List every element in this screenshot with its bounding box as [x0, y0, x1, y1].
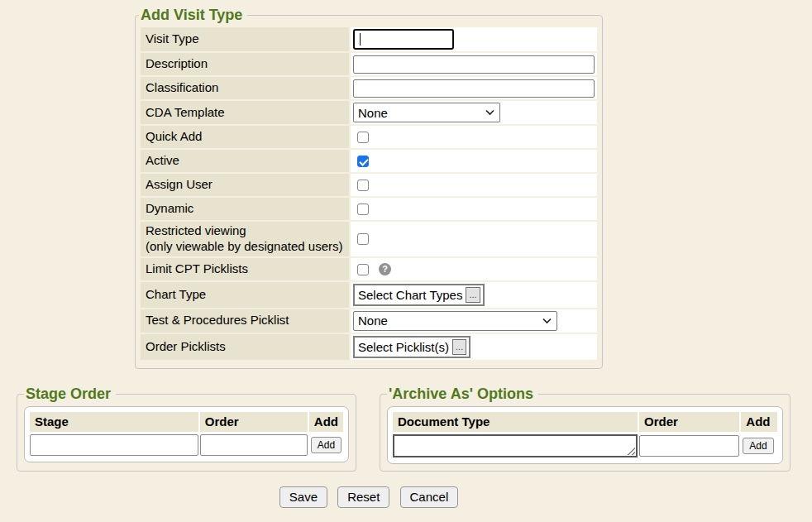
document-type-textarea[interactable] — [393, 434, 638, 457]
row-active: Active — [141, 150, 597, 172]
classification-input[interactable] — [353, 79, 595, 98]
row-visit-type: Visit Type — [141, 27, 597, 51]
visit-type-label: Visit Type — [141, 27, 349, 51]
limit-cpt-picklists-checkbox[interactable] — [357, 264, 369, 275]
stage-order-input-row: Add — [30, 433, 343, 457]
stage-order-title: Stage Order — [24, 386, 116, 403]
archive-order-input[interactable] — [639, 435, 739, 457]
resize-grip-icon[interactable] — [627, 447, 635, 455]
add-column-header: Add — [741, 412, 777, 432]
stage-add-button[interactable]: Add — [311, 437, 342, 453]
row-assign-user: Assign User — [141, 174, 597, 196]
order-picklists-label: Order Picklists — [141, 334, 349, 360]
active-checkbox[interactable] — [357, 156, 369, 167]
archive-as-options-title: 'Archive As' Options — [387, 386, 538, 403]
stage-order-table: Stage Order Add Add — [28, 410, 345, 458]
chart-type-label: Chart Type — [141, 282, 349, 308]
chart-type-browse-button[interactable]: ... — [466, 287, 480, 303]
order-column-header: Order — [200, 412, 308, 432]
save-button[interactable]: Save — [279, 486, 327, 508]
row-dynamic: Dynamic — [141, 198, 597, 220]
stage-order-section: Stage Order Stage Order Add Add — [17, 386, 356, 472]
row-order-picklists: Order Picklists Select Picklist(s) ... — [141, 334, 597, 360]
test-procedures-picklist-select[interactable]: None — [353, 311, 557, 331]
order-picklists-picker-text: Select Picklist(s) — [358, 340, 449, 354]
row-cda-template: CDA Template None — [141, 101, 597, 124]
stage-order-input[interactable] — [200, 434, 308, 456]
visit-type-input[interactable] — [353, 29, 454, 50]
test-procedures-picklist-label: Test & Procedures Picklist — [141, 309, 349, 333]
add-visit-type-title: Add Visit Type — [139, 7, 247, 24]
restricted-viewing-label-line1: Restricted viewing — [146, 223, 346, 239]
cda-template-select[interactable]: None — [353, 103, 500, 122]
row-chart-type: Chart Type Select Chart Types ... — [141, 282, 597, 308]
description-label: Description — [141, 53, 349, 75]
description-input[interactable] — [353, 55, 595, 74]
restricted-viewing-checkbox[interactable] — [357, 233, 369, 245]
order-picklists-browse-button[interactable]: ... — [452, 339, 466, 355]
restricted-viewing-label-line2: (only viewable by designated users) — [146, 239, 346, 255]
row-test-procedures-picklist: Test & Procedures Picklist None — [141, 309, 597, 333]
quick-add-label: Quick Add — [141, 126, 349, 148]
row-restricted-viewing: Restricted viewing (only viewable by des… — [141, 222, 597, 256]
help-icon[interactable]: ? — [379, 263, 391, 275]
bottom-sections: Stage Order Stage Order Add Add 'Archive… — [17, 386, 812, 472]
assign-user-label: Assign User — [141, 174, 349, 196]
archive-as-panel: Document Type Order Add Add — [387, 406, 783, 464]
form-actions: Save Reset Cancel — [135, 486, 603, 508]
stage-order-header-row: Stage Order Add — [30, 412, 343, 432]
archive-as-input-row: Add — [393, 433, 777, 458]
chart-type-picker-text: Select Chart Types — [358, 288, 462, 302]
active-label: Active — [141, 150, 349, 172]
classification-label: Classification — [141, 77, 349, 99]
dynamic-checkbox[interactable] — [357, 204, 369, 215]
text-cursor — [360, 33, 361, 45]
stage-column-header: Stage — [30, 412, 198, 432]
chart-type-picker[interactable]: Select Chart Types ... — [353, 284, 485, 306]
order-picklists-picker[interactable]: Select Picklist(s) ... — [353, 336, 470, 358]
reset-button[interactable]: Reset — [337, 486, 389, 508]
row-description: Description — [141, 53, 597, 75]
stage-order-panel: Stage Order Add Add — [24, 406, 349, 462]
stage-input[interactable] — [30, 434, 198, 456]
document-type-column-header: Document Type — [393, 412, 638, 432]
restricted-viewing-label: Restricted viewing (only viewable by des… — [141, 222, 349, 256]
archive-as-table: Document Type Order Add Add — [391, 410, 779, 460]
add-visit-type-section: Add Visit Type Visit Type Description Cl… — [135, 7, 603, 369]
cda-template-label: CDA Template — [141, 101, 349, 124]
dynamic-label: Dynamic — [141, 198, 349, 220]
quick-add-checkbox[interactable] — [357, 132, 369, 143]
archive-as-header-row: Document Type Order Add — [393, 412, 777, 432]
row-quick-add: Quick Add — [141, 126, 597, 148]
row-limit-cpt-picklists: Limit CPT Picklists ? — [141, 258, 597, 280]
order-column-header: Order — [639, 412, 739, 432]
assign-user-checkbox[interactable] — [357, 180, 369, 191]
archive-add-button[interactable]: Add — [743, 438, 773, 454]
visit-type-form: Visit Type Description Classification CD… — [139, 26, 599, 362]
row-classification: Classification — [141, 77, 597, 99]
add-column-header: Add — [309, 412, 343, 432]
cancel-button[interactable]: Cancel — [400, 486, 459, 508]
archive-as-options-section: 'Archive As' Options Document Type Order… — [380, 386, 791, 472]
limit-cpt-picklists-label: Limit CPT Picklists — [141, 258, 349, 280]
document-type-input[interactable] — [394, 436, 636, 456]
